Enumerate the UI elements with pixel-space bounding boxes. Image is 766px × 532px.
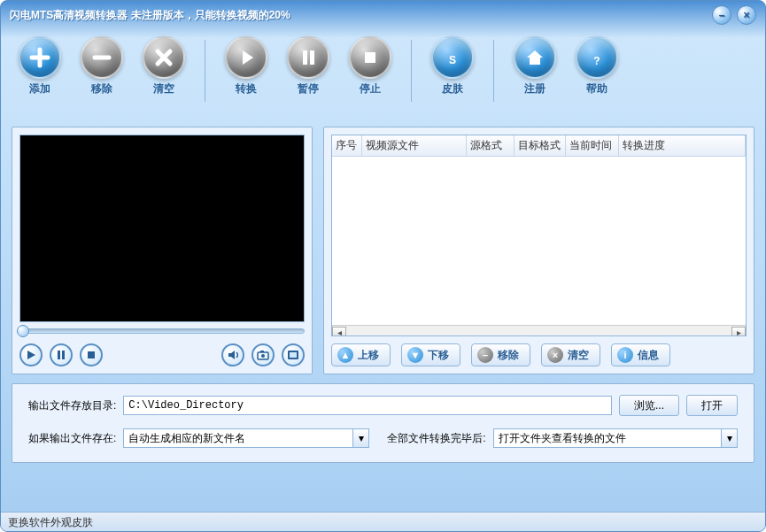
done-combo[interactable]: 打开文件夹查看转换的文件 ▾: [493, 428, 738, 448]
svg-rect-10: [260, 351, 264, 352]
preview-panel: [12, 127, 313, 374]
statusbar: 更换软件外观皮肤: [1, 512, 765, 531]
th-source[interactable]: 视频源文件: [362, 135, 467, 156]
arrow-up-icon: ▲: [337, 347, 353, 363]
output-dir-input[interactable]: [123, 396, 612, 415]
stop-button[interactable]: 停止: [345, 36, 395, 96]
svg-rect-12: [290, 352, 297, 358]
preview-controls: [19, 340, 305, 366]
seek-slider-row: [19, 322, 305, 340]
status-text: 更换软件外观皮肤: [8, 516, 93, 528]
play-icon: [225, 36, 267, 79]
preview-play-button[interactable]: [19, 343, 43, 366]
seek-slider[interactable]: [19, 328, 305, 334]
svg-text:S: S: [449, 54, 456, 66]
svg-rect-2: [365, 52, 375, 63]
svg-rect-6: [62, 351, 65, 359]
h-scrollbar[interactable]: ◂ ▸: [332, 325, 746, 336]
seek-thumb[interactable]: [17, 325, 29, 337]
app-title: 闪电MTS高清视频转换器 未注册版本，只能转换视频的20%: [10, 8, 707, 23]
th-tgtfmt[interactable]: 目标格式: [515, 135, 566, 156]
table-body[interactable]: [332, 157, 746, 325]
minus-icon: –: [477, 347, 493, 363]
svg-rect-1: [310, 50, 314, 65]
svg-text:?: ?: [593, 55, 600, 67]
list-buttons: ▲上移 ▼下移 –移除 ×清空 i信息: [331, 336, 747, 366]
fullscreen-button[interactable]: [282, 343, 305, 366]
browse-button[interactable]: 浏览...: [619, 395, 679, 416]
exists-label: 如果输出文件存在:: [28, 431, 116, 446]
list-remove-button[interactable]: –移除: [471, 343, 530, 366]
separator: [493, 40, 494, 102]
preview-stop-button[interactable]: [80, 343, 103, 366]
convert-button[interactable]: 转换: [221, 36, 271, 96]
x-icon: [143, 36, 185, 79]
clear-button[interactable]: 清空: [139, 36, 189, 96]
body-area: 序号 视频源文件 源格式 目标格式 当前时间 转换进度 ◂ ▸ ▲上移 ▼下移 …: [1, 118, 765, 383]
skin-icon: S: [431, 36, 474, 79]
titlebar[interactable]: 闪电MTS高清视频转换器 未注册版本，只能转换视频的20% – ×: [1, 1, 765, 29]
app-window: 闪电MTS高清视频转换器 未注册版本，只能转换视频的20% – × 添加 移除 …: [0, 0, 766, 532]
file-table[interactable]: 序号 视频源文件 源格式 目标格式 当前时间 转换进度 ◂ ▸: [331, 135, 747, 336]
volume-button[interactable]: [221, 343, 244, 366]
svg-rect-0: [303, 50, 307, 65]
arrow-down-icon: ▼: [407, 347, 423, 363]
exists-combo[interactable]: 自动生成相应的新文件名 ▾: [123, 428, 369, 448]
video-preview[interactable]: [19, 135, 305, 322]
skin-button[interactable]: S 皮肤: [428, 36, 477, 96]
list-clear-button[interactable]: ×清空: [541, 343, 600, 366]
info-icon: i: [617, 347, 633, 363]
table-header-row: 序号 视频源文件 源格式 目标格式 当前时间 转换进度: [332, 135, 746, 157]
minimize-button[interactable]: –: [712, 5, 731, 25]
pause-button[interactable]: 暂停: [283, 36, 333, 96]
th-progress[interactable]: 转换进度: [619, 135, 746, 156]
scroll-left-button[interactable]: ◂: [332, 327, 346, 337]
done-label: 全部文件转换完毕后:: [387, 431, 485, 446]
preview-pause-button[interactable]: [50, 343, 73, 366]
home-icon: [514, 36, 556, 79]
output-dir-label: 输出文件存放目录:: [28, 398, 116, 413]
stop-icon: [349, 36, 391, 79]
output-dir-row: 输出文件存放目录: 浏览... 打开: [28, 395, 738, 416]
separator: [205, 40, 205, 102]
snapshot-button[interactable]: [251, 343, 275, 366]
register-button[interactable]: 注册: [510, 36, 560, 96]
scroll-right-button[interactable]: ▸: [731, 327, 746, 337]
pause-icon: [287, 36, 329, 79]
move-down-button[interactable]: ▼下移: [401, 343, 460, 366]
open-button[interactable]: 打开: [686, 395, 738, 416]
add-button[interactable]: 添加: [15, 36, 65, 96]
options-row: 如果输出文件存在: 自动生成相应的新文件名 ▾ 全部文件转换完毕后: 打开文件夹…: [28, 428, 738, 448]
svg-rect-5: [58, 351, 60, 359]
svg-point-9: [261, 354, 265, 358]
move-up-button[interactable]: ▲上移: [331, 343, 391, 366]
chevron-down-icon[interactable]: ▾: [721, 429, 737, 447]
th-srcfmt[interactable]: 源格式: [467, 135, 515, 156]
question-icon: ?: [576, 36, 618, 79]
separator: [411, 40, 412, 102]
minus-icon: [81, 36, 123, 79]
main-toolbar: 添加 移除 清空 转换 暂停 停止 S 皮肤 注册: [1, 29, 765, 118]
remove-button[interactable]: 移除: [77, 36, 127, 96]
close-button[interactable]: ×: [737, 5, 756, 25]
th-curtime[interactable]: 当前时间: [566, 135, 619, 156]
file-list-panel: 序号 视频源文件 源格式 目标格式 当前时间 转换进度 ◂ ▸ ▲上移 ▼下移 …: [323, 127, 754, 374]
svg-rect-7: [88, 351, 95, 359]
x-icon: ×: [547, 347, 563, 363]
help-button[interactable]: ? 帮助: [572, 36, 622, 96]
info-button[interactable]: i信息: [611, 343, 670, 366]
chevron-down-icon[interactable]: ▾: [352, 429, 368, 447]
output-panel: 输出文件存放目录: 浏览... 打开 如果输出文件存在: 自动生成相应的新文件名…: [12, 383, 754, 463]
plus-icon: [19, 36, 61, 79]
th-index[interactable]: 序号: [332, 135, 362, 156]
